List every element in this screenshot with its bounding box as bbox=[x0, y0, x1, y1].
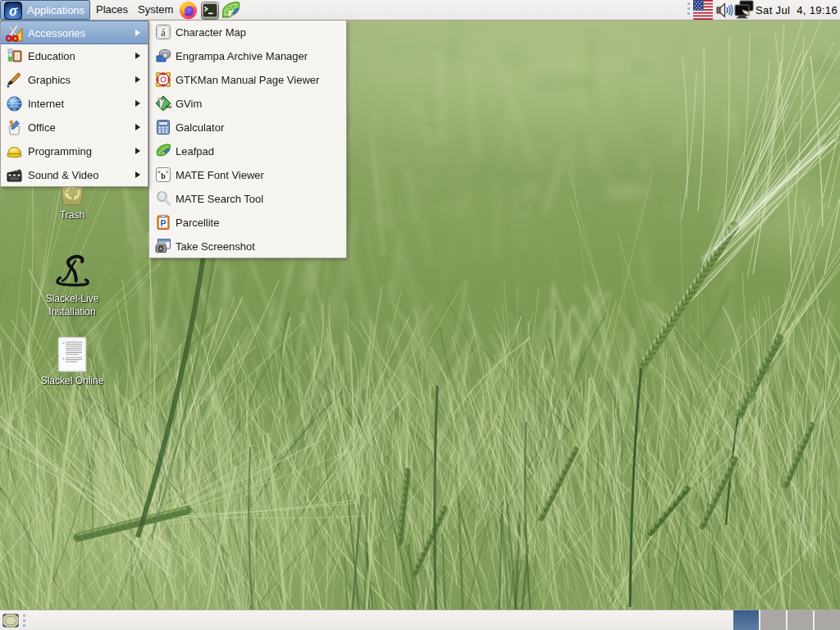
svg-text:P: P bbox=[160, 218, 166, 228]
svg-text:á: á bbox=[161, 27, 166, 39]
svg-text:σ: σ bbox=[9, 2, 18, 19]
svg-text:c: c bbox=[166, 169, 169, 175]
svg-text:im: im bbox=[166, 103, 171, 110]
